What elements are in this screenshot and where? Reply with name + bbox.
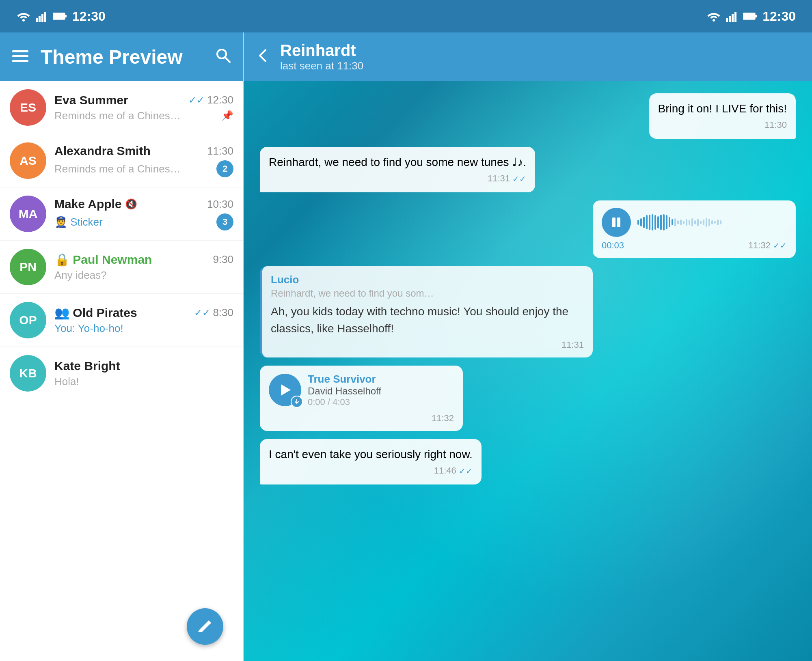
chat-name-row-old-pirates: 👥 Old Pirates ✓✓ 8:30	[54, 306, 233, 320]
chat-name-row-eva-summer: Eva Summer ✓✓ 12:30	[54, 93, 233, 107]
reply-time: 11:31	[271, 340, 584, 350]
left-header: Theme Preview	[0, 32, 243, 81]
music-info: True Survivor David Hasselhoff 0:00 / 4:…	[308, 373, 454, 407]
preview-text-old-pirates: You: Yo-ho-ho!	[54, 322, 233, 335]
chat-info-old-pirates: 👥 Old Pirates ✓✓ 8:30 You: Yo-ho-ho!	[54, 306, 233, 335]
hamburger-menu-button[interactable]	[12, 49, 28, 65]
download-badge	[291, 396, 303, 408]
check-icon-eva-summer: ✓✓	[188, 95, 205, 106]
chat-name-alexandra-smith: Alexandra Smith	[54, 144, 151, 158]
badge-alexandra-smith: 2	[216, 160, 233, 177]
reply-author: Lucio	[271, 273, 584, 286]
chat-preview-old-pirates: You: Yo-ho-ho!	[54, 322, 233, 335]
chat-name-eva-summer: Eva Summer	[54, 93, 128, 107]
preview-text-make-apple: 👮 Sticker	[54, 216, 213, 228]
wifi-icon-right	[706, 11, 721, 22]
music-title: True Survivor	[308, 373, 454, 385]
chat-name-row-alexandra-smith: Alexandra Smith 11:30	[54, 144, 233, 158]
preview-text-eva-summer: Reminds me of a Chines…	[54, 110, 221, 122]
svg-rect-15	[12, 55, 28, 57]
chat-preview-eva-summer: Reminds me of a Chines… 📌	[54, 110, 233, 122]
chat-name-row-paul-newman: 🔒 Paul Newman 9:30	[54, 252, 233, 267]
chat-time-alexandra-smith: 11:30	[207, 145, 233, 157]
chat-preview-paul-newman: Any ideas?	[54, 269, 233, 282]
right-panel: Reinhardt last seen at 11:30 Bring it on…	[244, 32, 812, 661]
message-received-2: Reinhardt, we need to find you some new …	[260, 147, 535, 192]
signal-icon-left	[36, 11, 48, 22]
chat-name-old-pirates: 👥 Old Pirates	[54, 306, 137, 320]
svg-rect-11	[734, 12, 736, 22]
contact-status: last seen at 11:30	[280, 60, 800, 72]
chat-preview-alexandra-smith: Reminds me of a Chines… 2	[54, 160, 233, 177]
chat-item-paul-newman[interactable]: PN 🔒 Paul Newman 9:30 Any ideas?	[0, 241, 243, 294]
chat-item-kate-bright[interactable]: KB Kate Bright Hola!	[0, 347, 243, 400]
status-bar-right: 12:30	[706, 9, 796, 24]
chat-item-eva-summer[interactable]: ES Eva Summer ✓✓ 12:30 Reminds me of a C…	[0, 81, 243, 134]
audio-pause-button[interactable]	[602, 208, 631, 237]
music-row: True Survivor David Hasselhoff 0:00 / 4:…	[269, 373, 454, 407]
back-button[interactable]	[256, 47, 270, 67]
chat-time-old-pirates: ✓✓ 8:30	[194, 306, 233, 319]
chat-time-make-apple: 10:30	[207, 198, 233, 211]
main-layout: Theme Preview ES Eva Summer	[0, 32, 812, 661]
wifi-icon-left	[16, 11, 31, 22]
chat-item-make-apple[interactable]: MA Make Apple 🔇 10:30 👮 Sticker 3	[0, 187, 243, 241]
svg-rect-8	[726, 18, 728, 22]
avatar-old-pirates: OP	[10, 302, 46, 338]
svg-marker-22	[281, 384, 291, 396]
svg-rect-5	[53, 13, 65, 19]
status-bar: 12:30 12:30	[0, 0, 812, 32]
audio-row	[602, 208, 787, 237]
battery-icon-left	[53, 12, 67, 20]
svg-rect-9	[729, 16, 731, 22]
search-button[interactable]	[215, 47, 231, 67]
messages-area: Bring it on! I LIVE for this! 11:30 Rein…	[244, 81, 812, 661]
mute-icon-make-apple: 🔇	[125, 198, 137, 210]
preview-text-kate-bright: Hola!	[54, 375, 233, 388]
avatar-alexandra-smith: AS	[10, 142, 46, 179]
chat-item-old-pirates[interactable]: OP 👥 Old Pirates ✓✓ 8:30 You: Yo-ho-ho!	[0, 294, 243, 347]
message-text-2: Reinhardt, we need to find you some new …	[269, 156, 526, 168]
message-time-2: 11:31 ✓✓	[269, 172, 526, 185]
svg-line-18	[225, 57, 230, 62]
svg-rect-14	[12, 50, 28, 52]
audio-info-row: 00:03 11:32 ✓✓	[602, 240, 787, 251]
chat-preview-kate-bright: Hola!	[54, 375, 233, 388]
message-audio-3: 00:03 11:32 ✓✓	[593, 200, 796, 258]
svg-point-0	[22, 19, 25, 22]
chat-time-eva-summer: ✓✓ 12:30	[188, 94, 233, 106]
status-bar-left: 12:30	[16, 9, 106, 24]
avatar-kate-bright: KB	[10, 355, 46, 392]
chat-list: ES Eva Summer ✓✓ 12:30 Reminds me of a C…	[0, 81, 243, 661]
signal-icon-right	[726, 11, 738, 22]
reply-main-text: Ah, you kids today with techno music! Yo…	[271, 303, 584, 337]
check-icon-msg2: ✓✓	[512, 173, 526, 185]
message-text-6: I can't even take you seriously right no…	[269, 448, 473, 461]
message-text-1: Bring it on! I LIVE for this!	[658, 102, 787, 115]
app-title: Theme Preview	[41, 46, 203, 68]
battery-icon-right	[743, 12, 758, 20]
svg-rect-20	[612, 217, 615, 227]
preview-text-paul-newman: Any ideas?	[54, 269, 233, 282]
svg-rect-21	[617, 217, 620, 227]
message-time-6: 11:46 ✓✓	[269, 465, 473, 477]
left-panel-wrapper: Theme Preview ES Eva Summer	[0, 32, 244, 661]
chat-info-paul-newman: 🔒 Paul Newman 9:30 Any ideas?	[54, 252, 233, 282]
svg-point-7	[713, 19, 715, 22]
chat-info-kate-bright: Kate Bright Hola!	[54, 359, 233, 388]
svg-rect-16	[12, 60, 28, 62]
music-artist: David Hasselhoff	[308, 385, 454, 397]
chat-info-make-apple: Make Apple 🔇 10:30 👮 Sticker 3	[54, 197, 233, 230]
music-time: 11:32	[269, 413, 454, 424]
svg-rect-1	[36, 18, 38, 22]
chat-name-row-make-apple: Make Apple 🔇 10:30	[54, 197, 233, 211]
music-play-button[interactable]	[269, 374, 301, 406]
chat-item-alexandra-smith[interactable]: AS Alexandra Smith 11:30 Reminds me of a…	[0, 134, 243, 187]
contact-name: Reinhardt	[280, 41, 800, 60]
audio-waveform	[637, 214, 787, 230]
compose-fab[interactable]	[187, 608, 223, 645]
audio-duration: 00:03	[602, 240, 624, 251]
preview-text-alexandra-smith: Reminds me of a Chines…	[54, 163, 213, 175]
svg-rect-3	[41, 14, 43, 22]
svg-rect-13	[755, 15, 757, 17]
